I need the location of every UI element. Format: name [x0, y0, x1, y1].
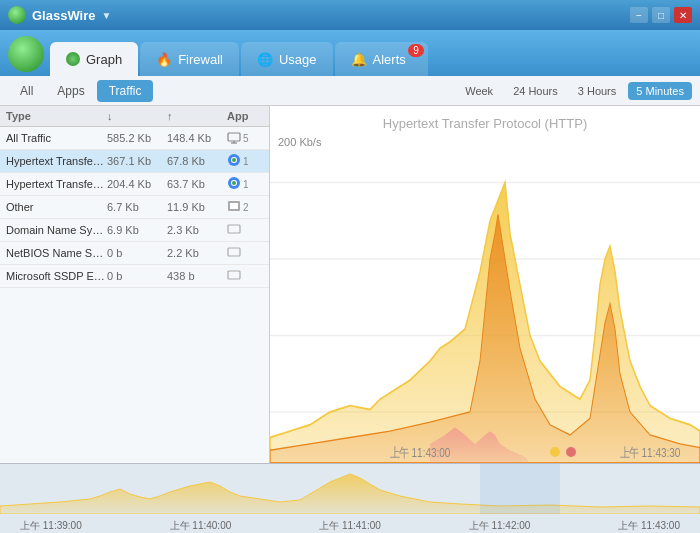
row-down: 6.7 Kb — [107, 201, 167, 213]
close-button[interactable]: ✕ — [674, 7, 692, 23]
svg-point-8 — [232, 181, 236, 185]
tab-usage[interactable]: 🌐 Usage — [241, 42, 333, 76]
app-icon — [227, 268, 241, 284]
table-header: Type ↓ ↑ App — [0, 106, 269, 127]
row-name: Hypertext Transfer Protocol (… — [6, 155, 107, 167]
tab-usage-label: Usage — [279, 52, 317, 67]
main-navigation: Graph 🔥 Firewall 🌐 Usage 🔔 Alerts 9 — [0, 30, 700, 76]
row-up: 438 b — [167, 270, 227, 282]
col-type: Type — [6, 110, 107, 122]
row-up: 63.7 Kb — [167, 178, 227, 190]
svg-rect-11 — [228, 225, 240, 233]
graph-icon — [66, 52, 80, 66]
legend-pink — [566, 447, 576, 457]
tab-graph[interactable]: Graph — [50, 42, 138, 76]
app-name: GlassWire — [32, 8, 95, 23]
app-icon — [227, 130, 241, 146]
graph-panel: Hypertext Transfer Protocol (HTTP) 200 K… — [270, 106, 700, 463]
content-area: Type ↓ ↑ App All Traffic 585.2 Kb 148.4 … — [0, 106, 700, 463]
graph-svg: 上午 11:43:00 上午 11:43:30 — [270, 106, 700, 463]
app-count: 1 — [243, 179, 249, 190]
app-icon — [227, 176, 241, 192]
sub-tab-traffic[interactable]: Traffic — [97, 80, 154, 102]
tab-firewall[interactable]: 🔥 Firewall — [140, 42, 239, 76]
app-count: 2 — [243, 202, 249, 213]
sub-tab-apps[interactable]: Apps — [45, 80, 96, 102]
svg-rect-13 — [228, 271, 240, 279]
maximize-button[interactable]: □ — [652, 7, 670, 23]
dropdown-arrow[interactable]: ▼ — [101, 10, 111, 21]
row-name: Microsoft SSDP Enables disc… — [6, 270, 107, 282]
table-row[interactable]: Domain Name System (DNS) 6.9 Kb 2.3 Kb — [0, 219, 269, 242]
row-up: 148.4 Kb — [167, 132, 227, 144]
firewall-icon: 🔥 — [156, 52, 172, 67]
timeline-label-3: 上午 11:41:00 — [319, 519, 381, 533]
col-up[interactable]: ↑ — [167, 110, 227, 122]
table-row[interactable]: Hypertext Transfer Protocol o… 204.4 Kb … — [0, 173, 269, 196]
title-bar-left: GlassWire ▼ — [8, 6, 111, 24]
timeline-label-4: 上午 11:42:00 — [469, 519, 531, 533]
row-name: All Traffic — [6, 132, 107, 144]
row-up: 2.3 Kb — [167, 224, 227, 236]
graph-y-label: 200 Kb/s — [278, 136, 321, 148]
col-app: App — [227, 110, 263, 122]
svg-rect-20 — [480, 464, 560, 514]
row-down: 585.2 Kb — [107, 132, 167, 144]
row-down: 204.4 Kb — [107, 178, 167, 190]
row-name: Hypertext Transfer Protocol o… — [6, 178, 107, 190]
graph-legend — [550, 447, 576, 457]
timeline-area: 上午 11:39:00 上午 11:40:00 上午 11:41:00 上午 1… — [0, 463, 700, 533]
row-app — [227, 222, 263, 238]
table-body: All Traffic 585.2 Kb 148.4 Kb 5 Hypertex… — [0, 127, 269, 288]
svg-rect-12 — [228, 248, 240, 256]
window-controls: − □ ✕ — [630, 7, 692, 23]
alerts-badge: 9 — [408, 44, 424, 57]
nav-logo — [8, 36, 44, 72]
row-down: 6.9 Kb — [107, 224, 167, 236]
row-down: 367.1 Kb — [107, 155, 167, 167]
row-up: 11.9 Kb — [167, 201, 227, 213]
time-24h-button[interactable]: 24 Hours — [505, 82, 566, 100]
table-row[interactable]: Hypertext Transfer Protocol (… 367.1 Kb … — [0, 150, 269, 173]
row-app — [227, 268, 263, 284]
title-bar: GlassWire ▼ − □ ✕ — [0, 0, 700, 30]
row-name: Other — [6, 201, 107, 213]
time-week-button[interactable]: Week — [457, 82, 501, 100]
col-down[interactable]: ↓ — [107, 110, 167, 122]
row-app: 2 — [227, 199, 263, 215]
app-count: 5 — [243, 133, 249, 144]
timeline-label-2: 上午 11:40:00 — [170, 519, 232, 533]
tab-graph-label: Graph — [86, 52, 122, 67]
row-app: 1 — [227, 153, 263, 169]
time-5min-button[interactable]: 5 Minutes — [628, 82, 692, 100]
time-controls: Week 24 Hours 3 Hours 5 Minutes — [457, 82, 692, 100]
row-up: 67.8 Kb — [167, 155, 227, 167]
svg-point-5 — [232, 158, 236, 162]
usage-icon: 🌐 — [257, 52, 273, 67]
time-3h-button[interactable]: 3 Hours — [570, 82, 625, 100]
app-icon — [227, 222, 241, 238]
minimize-button[interactable]: − — [630, 7, 648, 23]
row-up: 2.2 Kb — [167, 247, 227, 259]
svg-text:上午 11:43:00: 上午 11:43:00 — [390, 445, 451, 458]
timeline-label-1: 上午 11:39:00 — [20, 519, 82, 533]
timeline-svg — [0, 464, 700, 514]
sub-navigation: All Apps Traffic Week 24 Hours 3 Hours 5… — [0, 76, 700, 106]
table-row[interactable]: Other 6.7 Kb 11.9 Kb 2 — [0, 196, 269, 219]
table-row[interactable]: NetBIOS Name Service 0 b 2.2 Kb — [0, 242, 269, 265]
app-count: 1 — [243, 156, 249, 167]
table-row[interactable]: Microsoft SSDP Enables disc… 0 b 438 b — [0, 265, 269, 288]
legend-yellow — [550, 447, 560, 457]
traffic-table-panel: Type ↓ ↑ App All Traffic 585.2 Kb 148.4 … — [0, 106, 270, 463]
table-row[interactable]: All Traffic 585.2 Kb 148.4 Kb 5 — [0, 127, 269, 150]
tab-alerts-label: Alerts — [373, 52, 406, 67]
row-app — [227, 245, 263, 261]
app-logo — [8, 6, 26, 24]
row-app: 1 — [227, 176, 263, 192]
app-icon — [227, 199, 241, 215]
sub-tab-all[interactable]: All — [8, 80, 45, 102]
svg-rect-10 — [230, 203, 238, 209]
tab-alerts[interactable]: 🔔 Alerts 9 — [335, 42, 428, 76]
svg-text:上午 11:43:30: 上午 11:43:30 — [620, 445, 681, 458]
tab-firewall-label: Firewall — [178, 52, 223, 67]
